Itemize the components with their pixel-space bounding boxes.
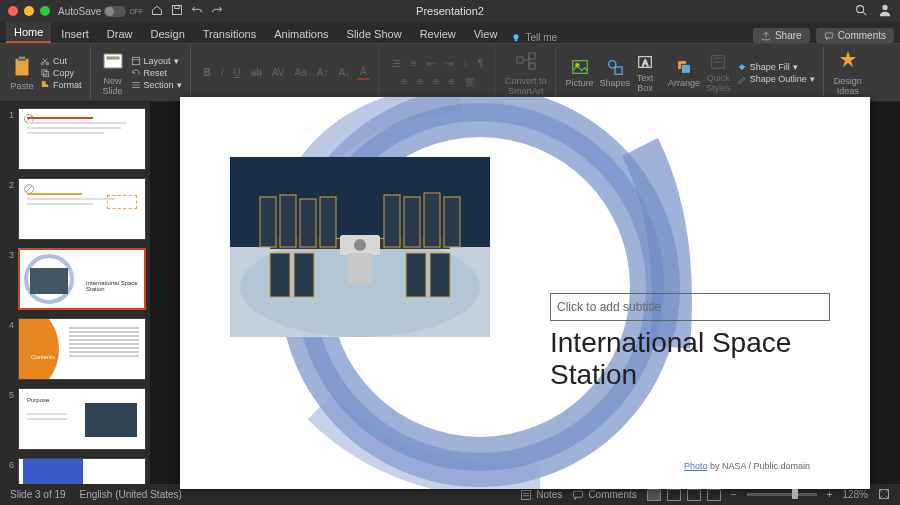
credit-link[interactable]: Photo [684,461,708,471]
quick-styles-icon[interactable] [709,53,727,71]
comments-status-button[interactable]: Comments [572,489,636,501]
tab-home[interactable]: Home [6,22,51,43]
bold-button[interactable]: B [201,66,214,79]
fit-to-window-icon[interactable] [878,488,890,502]
chevron-down-icon: ▾ [174,56,179,66]
svg-rect-30 [681,64,690,73]
slideshow-view-icon[interactable] [707,489,721,501]
italic-button[interactable]: I [218,66,227,79]
paste-label: Paste [10,81,33,91]
format-painter-button[interactable]: Format [40,80,82,90]
zoom-window-icon[interactable] [40,6,50,16]
design-ideas-icon[interactable] [836,49,860,73]
tab-view[interactable]: View [466,24,506,43]
copy-button[interactable]: Copy [40,68,82,78]
svg-rect-5 [515,39,518,41]
slide-thumbnail[interactable]: Purpose [18,388,146,450]
picture-icon[interactable] [571,58,589,76]
svg-rect-6 [825,32,833,37]
text-direction-icon[interactable]: ¶ [475,57,486,70]
slide-thumbnail[interactable] [18,178,146,240]
reset-button[interactable]: Reset [131,68,182,78]
indent-icon[interactable]: ⇥ [442,57,456,70]
save-icon[interactable] [171,4,183,18]
slide-position[interactable]: Slide 3 of 19 [10,489,66,500]
minimize-window-icon[interactable] [24,6,34,16]
tell-me-search[interactable]: Tell me [511,32,557,43]
undo-icon[interactable] [191,4,203,18]
subtitle-placeholder-text: Click to add subtitle [557,300,661,314]
clear-format-button[interactable]: AV [269,66,288,79]
slide-title[interactable]: International Space Station [550,327,830,391]
slide-thumbnail[interactable] [18,108,146,170]
align-right-icon[interactable]: ≡ [430,75,442,88]
underline-button[interactable]: U [231,66,244,79]
smartart-icon[interactable] [514,49,538,73]
slide-canvas-area[interactable]: Click to add subtitle International Spac… [150,102,900,484]
arrange-icon[interactable] [675,58,693,76]
normal-view-icon[interactable] [647,489,661,501]
shape-outline-button[interactable]: Shape Outline▾ [737,74,815,84]
zoom-in-button[interactable]: + [827,489,833,500]
svg-rect-54 [406,253,426,297]
tab-design[interactable]: Design [143,24,193,43]
justify-icon[interactable]: ≡ [446,75,458,88]
autosave-toggle[interactable]: AutoSave OFF [58,6,143,17]
comments-button[interactable]: Comments [816,28,894,43]
line-spacing-icon[interactable]: ↕ [460,57,471,70]
home-icon[interactable] [151,4,163,18]
tab-draw[interactable]: Draw [99,24,141,43]
outdent-icon[interactable]: ⇤ [424,57,438,70]
reading-view-icon[interactable] [687,489,701,501]
section-icon [131,80,141,90]
slide-thumbnail[interactable] [18,458,146,484]
share-label: Share [775,30,802,41]
align-center-icon[interactable]: ≡ [414,75,426,88]
tab-transitions[interactable]: Transitions [195,24,264,43]
paste-icon[interactable] [10,55,34,79]
layout-button[interactable]: Layout▾ [131,56,182,66]
font-color-button[interactable]: A [357,65,370,80]
chevron-down-icon: ▾ [793,62,798,72]
font-size-up-button[interactable]: A↑ [314,66,332,79]
tab-slideshow[interactable]: Slide Show [339,24,410,43]
slide-canvas[interactable]: Click to add subtitle International Spac… [180,97,870,489]
textbox-icon[interactable]: A [636,53,654,71]
section-button[interactable]: Section▾ [131,80,182,90]
font-group: B I U ab AV Aa A↑ A↓ A [197,46,379,99]
redo-icon[interactable] [211,4,223,18]
sorter-view-icon[interactable] [667,489,681,501]
cut-button[interactable]: Cut [40,56,82,66]
slide-image[interactable] [230,157,490,337]
notes-button[interactable]: Notes [520,489,562,501]
columns-icon[interactable]: ▥ [462,75,477,88]
tab-insert[interactable]: Insert [53,24,97,43]
slide-thumbnail[interactable]: Contents [18,318,146,380]
shape-fill-button[interactable]: Shape Fill▾ [737,62,815,72]
svg-rect-20 [517,57,523,63]
account-icon[interactable] [878,3,892,19]
close-window-icon[interactable] [8,6,18,16]
strike-button[interactable]: ab [248,66,265,79]
tab-review[interactable]: Review [412,24,464,43]
slide-thumbnail[interactable]: International Space Station [18,248,146,310]
svg-rect-15 [132,57,140,65]
search-icon[interactable] [854,3,868,19]
language-status[interactable]: English (United States) [80,489,182,500]
tab-animations[interactable]: Animations [266,24,336,43]
zoom-out-button[interactable]: − [731,489,737,500]
numbering-icon[interactable]: ≡ [408,57,420,70]
zoom-slider[interactable] [747,493,817,496]
char-spacing-button[interactable]: Aa [292,66,310,79]
shapes-icon[interactable] [606,58,624,76]
bullets-icon[interactable]: ☰ [389,57,404,70]
svg-line-35 [26,186,32,192]
subtitle-placeholder[interactable]: Click to add subtitle [550,293,830,321]
font-size-down-button[interactable]: A↓ [335,66,353,79]
share-button[interactable]: Share [753,28,810,43]
new-slide-icon[interactable] [101,50,125,74]
notes-icon [520,489,532,501]
thumbnail-panel[interactable]: 1 2 3 International Space Station 4 Cont… [0,102,150,484]
zoom-level[interactable]: 128% [842,489,868,500]
align-left-icon[interactable]: ≡ [398,75,410,88]
